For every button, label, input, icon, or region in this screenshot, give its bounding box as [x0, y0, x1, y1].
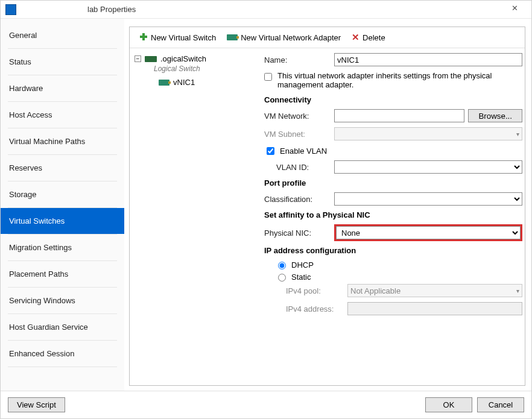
enable-vlan-checkbox[interactable] [267, 147, 274, 155]
physical-nic-label: Physical NIC: [264, 228, 331, 238]
vlan-id-select[interactable] [334, 160, 522, 174]
name-input[interactable] [334, 53, 522, 66]
sidebar-item-host-access[interactable]: Host Access [1, 102, 124, 128]
collapse-icon[interactable]: − [135, 55, 141, 62]
network-adapter-icon [227, 34, 238, 40]
sidebar-label: Host Guardian Service [9, 323, 88, 332]
sidebar-item-migration[interactable]: Migration Settings [1, 235, 124, 260]
enable-vlan-label: Enable VLAN [280, 146, 327, 156]
connectivity-header: Connectivity [264, 95, 522, 104]
vlan-id-row: VLAN ID: [264, 160, 522, 174]
classification-row: Classification: [264, 192, 522, 206]
enable-vlan-row: Enable VLAN [264, 145, 522, 157]
sidebar-label: Virtual Switches [9, 216, 65, 225]
window-title: lab Properties [21, 5, 502, 14]
sidebar-item-virtual-switches[interactable]: Virtual Switches [1, 208, 124, 234]
static-label: Static [291, 273, 311, 282]
vm-subnet-label: VM Subnet: [264, 130, 331, 139]
sidebar-item-status[interactable]: Status [1, 49, 124, 75]
titlebar: lab Properties ✕ [1, 1, 531, 19]
body: General Status Hardware Host Access Virt… [1, 19, 531, 391]
chevron-down-icon: ▾ [516, 288, 519, 294]
ipv4-addr-row: IPv4 address: [264, 302, 522, 315]
sidebar-label: Servicing Windows [9, 296, 75, 305]
sidebar-label: Hardware [9, 84, 43, 93]
static-row: Static [275, 272, 522, 282]
switch-icon [145, 56, 157, 62]
physical-nic-highlight: None [334, 224, 522, 241]
form-pane: Name: This virtual network adapter inher… [259, 48, 525, 385]
dhcp-label: DHCP [291, 260, 314, 269]
sidebar-label: Placement Paths [9, 269, 68, 279]
tree-subtitle: Logical Switch [133, 65, 256, 73]
sidebar-label: Status [9, 57, 31, 66]
inherit-checkbox[interactable] [264, 73, 272, 81]
svg-rect-1 [140, 36, 147, 38]
new-virtual-switch-button[interactable]: New Virtual Switch [136, 31, 220, 44]
ipv4-pool-label: IPv4 pool: [286, 286, 344, 295]
ip-config-header: IP address configuration [264, 246, 522, 255]
ok-button[interactable]: OK [425, 397, 472, 412]
ipv4-pool-row: IPv4 pool: Not Applicable ▾ [264, 284, 522, 297]
network-adapter-icon [159, 80, 169, 86]
toolbar: New Virtual Switch New Virtual Network A… [130, 27, 525, 48]
properties-dialog: lab Properties ✕ General Status Hardware… [0, 0, 532, 419]
browse-button[interactable]: Browse... [468, 109, 522, 122]
sidebar-item-vm-paths[interactable]: Virtual Machine Paths [1, 128, 124, 154]
dhcp-radio[interactable] [278, 262, 286, 269]
dhcp-row: DHCP [275, 260, 522, 269]
tree-item-logical-switch[interactable]: − .ogicalSwitch [133, 53, 256, 65]
classification-select[interactable] [334, 192, 522, 206]
panel-body: − .ogicalSwitch Logical Switch vNIC1 Nam [130, 48, 525, 385]
sidebar-item-general[interactable]: General [1, 22, 124, 48]
sidebar-label: Migration Settings [9, 243, 72, 252]
sidebar-item-reserves[interactable]: Reserves [1, 155, 124, 181]
ipv4-addr-input [347, 302, 522, 315]
sidebar-label: General [9, 31, 37, 40]
cancel-button[interactable]: Cancel [477, 397, 524, 412]
name-label: Name: [264, 55, 331, 65]
vm-subnet-select: ▾ [334, 127, 522, 140]
classification-label: Classification: [264, 195, 331, 204]
sidebar-label: Enhanced Session [9, 349, 74, 358]
sidebar-item-hardware[interactable]: Hardware [1, 75, 124, 101]
view-script-button[interactable]: View Script [8, 397, 65, 412]
vm-network-input[interactable] [334, 109, 464, 122]
ipv4-pool-select: Not Applicable ▾ [347, 284, 522, 297]
ipv4-addr-label: IPv4 address: [286, 304, 344, 313]
vm-network-label: VM Network: [264, 112, 331, 121]
sidebar-label: Virtual Machine Paths [9, 137, 85, 146]
sidebar-item-hgs[interactable]: Host Guardian Service [1, 314, 124, 340]
button-label: Cancel [489, 400, 513, 409]
new-virtual-adapter-button[interactable]: New Virtual Network Adapter [223, 32, 344, 43]
footer: View Script OK Cancel [1, 391, 531, 418]
chevron-down-icon: ▾ [516, 131, 519, 137]
static-radio[interactable] [278, 274, 286, 282]
toolbar-label: Delete [363, 33, 385, 42]
toolbar-label: New Virtual Switch [151, 33, 216, 42]
tree-label: vNIC1 [173, 78, 195, 87]
browse-label: Browse... [478, 112, 512, 121]
sidebar-label: Storage [9, 190, 37, 199]
button-label: OK [443, 400, 455, 409]
affinity-header: Set affinity to a Physical NIC [264, 210, 522, 219]
button-label: View Script [17, 400, 56, 409]
sidebar-item-placement[interactable]: Placement Paths [1, 261, 124, 287]
delete-icon: ✕ [352, 32, 359, 43]
tree-item-vnic1[interactable]: vNIC1 [133, 73, 256, 87]
inherit-label: This virtual network adapter inherits se… [277, 71, 522, 89]
delete-button[interactable]: ✕ Delete [348, 31, 389, 44]
app-icon [5, 4, 16, 15]
vlan-id-label: VLAN ID: [264, 163, 331, 172]
tree-pane: − .ogicalSwitch Logical Switch vNIC1 [130, 48, 259, 385]
sidebar-label: Host Access [9, 110, 52, 119]
port-profile-header: Port profile [264, 178, 522, 187]
close-button[interactable]: ✕ [502, 4, 527, 16]
physical-nic-select[interactable]: None [336, 226, 521, 239]
sidebar-item-storage[interactable]: Storage [1, 181, 124, 207]
content-area: New Virtual Switch New Virtual Network A… [124, 19, 531, 391]
inherit-row: This virtual network adapter inherits se… [264, 71, 522, 89]
sidebar-item-servicing[interactable]: Servicing Windows [1, 288, 124, 313]
sidebar-item-enhanced[interactable]: Enhanced Session [1, 341, 124, 367]
sidebar-label: Reserves [9, 163, 42, 172]
